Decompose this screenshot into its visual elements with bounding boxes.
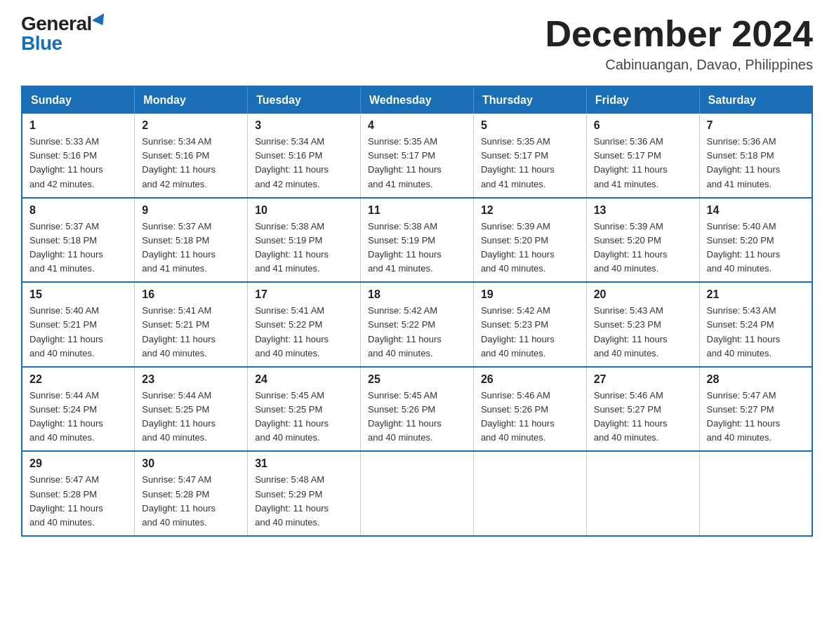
day-number: 17 [255, 288, 353, 301]
day-info: Sunrise: 5:39 AMSunset: 5:20 PMDaylight:… [481, 221, 555, 274]
calendar-header-wednesday: Wednesday [361, 86, 474, 114]
day-info: Sunrise: 5:46 AMSunset: 5:26 PMDaylight:… [481, 390, 555, 443]
calendar-day-cell: 9 Sunrise: 5:37 AMSunset: 5:18 PMDayligh… [135, 198, 248, 283]
day-number: 5 [481, 119, 579, 132]
calendar-header-monday: Monday [135, 86, 248, 114]
day-number: 27 [594, 373, 692, 386]
calendar-day-cell: 2 Sunrise: 5:34 AMSunset: 5:16 PMDayligh… [135, 114, 248, 198]
day-number: 22 [29, 373, 127, 386]
calendar-day-cell: 25 Sunrise: 5:45 AMSunset: 5:26 PMDaylig… [361, 367, 474, 452]
calendar-header-tuesday: Tuesday [248, 86, 361, 114]
calendar-day-cell: 6 Sunrise: 5:36 AMSunset: 5:17 PMDayligh… [586, 114, 699, 198]
day-number: 14 [707, 204, 805, 217]
day-info: Sunrise: 5:46 AMSunset: 5:27 PMDaylight:… [594, 390, 668, 443]
calendar-day-cell: 19 Sunrise: 5:42 AMSunset: 5:23 PMDaylig… [473, 282, 586, 367]
day-number: 23 [142, 373, 240, 386]
calendar-day-cell: 22 Sunrise: 5:44 AMSunset: 5:24 PMDaylig… [22, 367, 135, 452]
location-subtitle: Cabinuangan, Davao, Philippines [545, 57, 813, 73]
calendar-week-row: 15 Sunrise: 5:40 AMSunset: 5:21 PMDaylig… [22, 282, 812, 367]
title-block: December 2024 Cabinuangan, Davao, Philip… [545, 14, 813, 73]
calendar-table: SundayMondayTuesdayWednesdayThursdayFrid… [21, 86, 813, 537]
day-number: 12 [481, 204, 579, 217]
month-year-title: December 2024 [545, 14, 813, 54]
day-info: Sunrise: 5:44 AMSunset: 5:25 PMDaylight:… [142, 390, 216, 443]
day-number: 1 [29, 119, 127, 132]
calendar-day-cell: 24 Sunrise: 5:45 AMSunset: 5:25 PMDaylig… [248, 367, 361, 452]
calendar-header-sunday: Sunday [22, 86, 135, 114]
calendar-week-row: 22 Sunrise: 5:44 AMSunset: 5:24 PMDaylig… [22, 367, 812, 452]
calendar-header-saturday: Saturday [699, 86, 812, 114]
day-info: Sunrise: 5:48 AMSunset: 5:29 PMDaylight:… [255, 474, 329, 527]
calendar-week-row: 29 Sunrise: 5:47 AMSunset: 5:28 PMDaylig… [22, 451, 812, 536]
day-info: Sunrise: 5:33 AMSunset: 5:16 PMDaylight:… [29, 136, 103, 189]
calendar-day-cell: 8 Sunrise: 5:37 AMSunset: 5:18 PMDayligh… [22, 198, 135, 283]
day-info: Sunrise: 5:39 AMSunset: 5:20 PMDaylight:… [594, 221, 668, 274]
calendar-day-cell: 28 Sunrise: 5:47 AMSunset: 5:27 PMDaylig… [699, 367, 812, 452]
calendar-day-cell: 10 Sunrise: 5:38 AMSunset: 5:19 PMDaylig… [248, 198, 361, 283]
day-info: Sunrise: 5:43 AMSunset: 5:23 PMDaylight:… [594, 305, 668, 358]
calendar-day-cell: 26 Sunrise: 5:46 AMSunset: 5:26 PMDaylig… [473, 367, 586, 452]
day-number: 26 [481, 373, 579, 386]
day-number: 25 [368, 373, 466, 386]
day-number: 20 [594, 288, 692, 301]
day-number: 28 [707, 373, 805, 386]
calendar-day-cell: 11 Sunrise: 5:38 AMSunset: 5:19 PMDaylig… [361, 198, 474, 283]
day-info: Sunrise: 5:34 AMSunset: 5:16 PMDaylight:… [142, 136, 216, 189]
day-info: Sunrise: 5:36 AMSunset: 5:17 PMDaylight:… [594, 136, 668, 189]
calendar-day-cell: 4 Sunrise: 5:35 AMSunset: 5:17 PMDayligh… [361, 114, 474, 198]
day-number: 31 [255, 457, 353, 470]
calendar-day-cell: 17 Sunrise: 5:41 AMSunset: 5:22 PMDaylig… [248, 282, 361, 367]
day-number: 2 [142, 119, 240, 132]
day-number: 30 [142, 457, 240, 470]
day-info: Sunrise: 5:37 AMSunset: 5:18 PMDaylight:… [29, 221, 103, 274]
day-info: Sunrise: 5:45 AMSunset: 5:26 PMDaylight:… [368, 390, 442, 443]
calendar-day-cell: 29 Sunrise: 5:47 AMSunset: 5:28 PMDaylig… [22, 451, 135, 536]
day-info: Sunrise: 5:42 AMSunset: 5:23 PMDaylight:… [481, 305, 555, 358]
calendar-day-cell: 23 Sunrise: 5:44 AMSunset: 5:25 PMDaylig… [135, 367, 248, 452]
day-number: 6 [594, 119, 692, 132]
day-info: Sunrise: 5:41 AMSunset: 5:21 PMDaylight:… [142, 305, 216, 358]
day-info: Sunrise: 5:36 AMSunset: 5:18 PMDaylight:… [707, 136, 781, 189]
calendar-day-cell: 21 Sunrise: 5:43 AMSunset: 5:24 PMDaylig… [699, 282, 812, 367]
day-info: Sunrise: 5:44 AMSunset: 5:24 PMDaylight:… [29, 390, 103, 443]
logo-blue-text: Blue [21, 34, 62, 53]
day-info: Sunrise: 5:41 AMSunset: 5:22 PMDaylight:… [255, 305, 329, 358]
calendar-day-cell [586, 451, 699, 536]
calendar-header-friday: Friday [586, 86, 699, 114]
calendar-day-cell: 15 Sunrise: 5:40 AMSunset: 5:21 PMDaylig… [22, 282, 135, 367]
day-number: 16 [142, 288, 240, 301]
day-info: Sunrise: 5:35 AMSunset: 5:17 PMDaylight:… [481, 136, 555, 189]
calendar-day-cell: 12 Sunrise: 5:39 AMSunset: 5:20 PMDaylig… [473, 198, 586, 283]
day-number: 4 [368, 119, 466, 132]
day-number: 15 [29, 288, 127, 301]
day-number: 19 [481, 288, 579, 301]
calendar-day-cell: 14 Sunrise: 5:40 AMSunset: 5:20 PMDaylig… [699, 198, 812, 283]
day-info: Sunrise: 5:43 AMSunset: 5:24 PMDaylight:… [707, 305, 781, 358]
calendar-day-cell: 27 Sunrise: 5:46 AMSunset: 5:27 PMDaylig… [586, 367, 699, 452]
calendar-day-cell: 30 Sunrise: 5:47 AMSunset: 5:28 PMDaylig… [135, 451, 248, 536]
calendar-day-cell [361, 451, 474, 536]
day-info: Sunrise: 5:40 AMSunset: 5:21 PMDaylight:… [29, 305, 103, 358]
day-number: 13 [594, 204, 692, 217]
calendar-day-cell: 5 Sunrise: 5:35 AMSunset: 5:17 PMDayligh… [473, 114, 586, 198]
calendar-day-cell: 20 Sunrise: 5:43 AMSunset: 5:23 PMDaylig… [586, 282, 699, 367]
logo-triangle-icon [92, 13, 109, 29]
day-number: 3 [255, 119, 353, 132]
day-number: 9 [142, 204, 240, 217]
calendar-day-cell [473, 451, 586, 536]
day-info: Sunrise: 5:47 AMSunset: 5:27 PMDaylight:… [707, 390, 781, 443]
day-info: Sunrise: 5:42 AMSunset: 5:22 PMDaylight:… [368, 305, 442, 358]
day-number: 18 [368, 288, 466, 301]
calendar-day-cell: 31 Sunrise: 5:48 AMSunset: 5:29 PMDaylig… [248, 451, 361, 536]
page-header: General Blue December 2024 Cabinuangan, … [21, 14, 813, 73]
day-info: Sunrise: 5:45 AMSunset: 5:25 PMDaylight:… [255, 390, 329, 443]
day-number: 29 [29, 457, 127, 470]
calendar-header-row: SundayMondayTuesdayWednesdayThursdayFrid… [22, 86, 812, 114]
day-info: Sunrise: 5:38 AMSunset: 5:19 PMDaylight:… [368, 221, 442, 274]
calendar-day-cell [699, 451, 812, 536]
calendar-header-thursday: Thursday [473, 86, 586, 114]
logo: General Blue [21, 14, 107, 53]
calendar-day-cell: 7 Sunrise: 5:36 AMSunset: 5:18 PMDayligh… [699, 114, 812, 198]
day-number: 10 [255, 204, 353, 217]
day-info: Sunrise: 5:47 AMSunset: 5:28 PMDaylight:… [142, 474, 216, 527]
